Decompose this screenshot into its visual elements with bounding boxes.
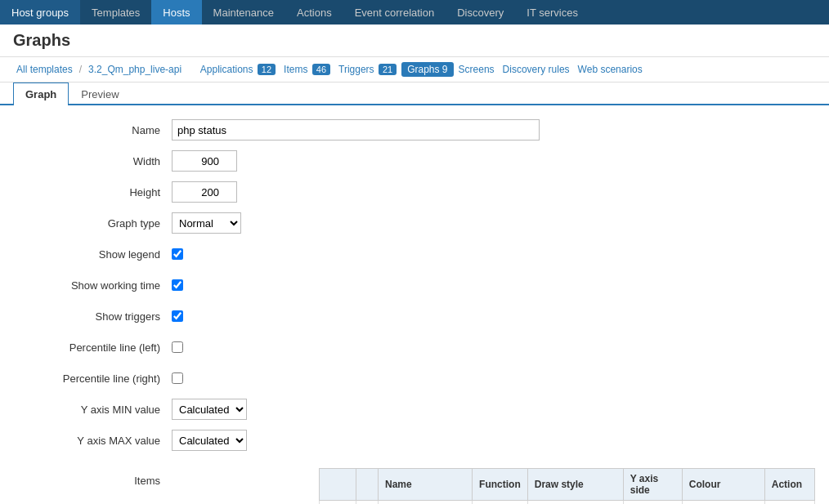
show-working-time-label: Show working time: [25, 279, 172, 292]
breadcrumb-separator: /: [79, 64, 82, 75]
col-num: [356, 469, 379, 501]
nav-event-correlation[interactable]: Event correlation: [343, 0, 446, 25]
row-colour[interactable]: [682, 501, 764, 505]
items-table: Name Function Draw style Y axis side Col…: [319, 468, 815, 504]
form-row-percentile-left: Percentile line (left): [25, 336, 804, 359]
nav-it-services[interactable]: IT services: [515, 0, 589, 25]
host-tab-list: All templates / 3.2_Qm_php_live-api Appl…: [13, 62, 646, 77]
tab-graph[interactable]: Graph: [13, 83, 69, 105]
col-function-header: Function: [473, 469, 528, 501]
name-label: Name: [25, 124, 172, 136]
show-working-time-checkbox[interactable]: [172, 279, 183, 291]
host-tab-discovery-rules[interactable]: Discovery rules: [500, 62, 573, 77]
form-row-y-axis-min: Y axis MIN value Calculated Fixed Item: [25, 398, 804, 421]
col-y-axis-header: Y axis side: [623, 469, 682, 501]
show-legend-checkbox[interactable]: [172, 248, 183, 260]
form-row-name: Name: [25, 118, 804, 141]
percentile-right-label: Percentile line (right): [25, 372, 172, 385]
col-name-header: Name: [379, 469, 473, 501]
triggers-count: 21: [379, 64, 397, 75]
row-function[interactable]: avgminmaxalllast: [473, 501, 528, 505]
host-tab-triggers[interactable]: Triggers 21: [335, 62, 400, 77]
host-tab-items[interactable]: Items 46: [280, 62, 334, 77]
col-draw-style-header: Draw style: [527, 469, 623, 501]
row-item-name[interactable]: 3.2_Qm_php_live-api: php status accept c…: [379, 501, 473, 505]
graph-type-select[interactable]: Normal Stacked Pie Exploded: [172, 212, 241, 234]
row-y-axis[interactable]: LeftRight: [623, 501, 682, 505]
y-axis-max-label: Y axis MAX value: [25, 435, 172, 447]
host-tab-graphs-active[interactable]: Graphs 9: [401, 62, 453, 77]
row-draw-style[interactable]: LineFilled regionBold lineDotDashed line…: [527, 501, 623, 505]
nav-templates[interactable]: Templates: [80, 0, 151, 25]
breadcrumb-all-templates[interactable]: All templates: [13, 62, 76, 77]
nav-actions[interactable]: Actions: [285, 0, 343, 25]
form-row-show-triggers: Show triggers: [25, 305, 804, 328]
divider: [188, 64, 194, 75]
items-label: Items: [25, 468, 172, 487]
breadcrumb-current-host[interactable]: 3.2_Qm_php_live-api: [85, 62, 185, 77]
drag-handle[interactable]: ⋮⋮: [320, 501, 356, 505]
graph-type-label: Graph type: [25, 217, 172, 230]
form-tab-bar: Graph Preview: [0, 83, 829, 105]
y-axis-min-select[interactable]: Calculated Fixed Item: [172, 399, 247, 420]
y-axis-max-select[interactable]: Calculated Fixed Item: [172, 430, 247, 451]
form-row-graph-type: Graph type Normal Stacked Pie Exploded: [25, 212, 804, 234]
items-count: 46: [312, 64, 330, 75]
top-navigation: Host groups Templates Hosts Maintenance …: [0, 0, 829, 25]
percentile-right-checkbox[interactable]: [172, 372, 183, 384]
form-row-items: Items Name Function Draw style Y axis si…: [25, 468, 804, 504]
form-row-show-working-time: Show working time: [25, 274, 804, 297]
breadcrumb-area: All templates / 3.2_Qm_php_live-api Appl…: [0, 57, 829, 83]
form-row-show-legend: Show legend: [25, 243, 804, 265]
form-row-width: Width: [25, 149, 804, 172]
height-input[interactable]: [172, 181, 237, 203]
table-row: ⋮⋮1:3.2_Qm_php_live-api: php status acce…: [320, 501, 815, 505]
col-colour-header: Colour: [682, 469, 764, 501]
page-title: Graphs: [0, 25, 829, 57]
nav-host-groups[interactable]: Host groups: [0, 0, 80, 25]
show-legend-label: Show legend: [25, 248, 172, 261]
row-number: 1:: [356, 501, 379, 505]
show-triggers-label: Show triggers: [25, 310, 172, 323]
percentile-left-checkbox[interactable]: [172, 341, 183, 353]
form-row-percentile-right: Percentile line (right): [25, 367, 804, 390]
show-triggers-checkbox[interactable]: [172, 310, 183, 322]
form-area: Name Width Height Graph type Normal Stac…: [0, 105, 829, 504]
nav-discovery[interactable]: Discovery: [446, 0, 515, 25]
form-row-height: Height: [25, 181, 804, 203]
host-tab-applications[interactable]: Applications 12: [197, 62, 279, 77]
col-action-header: Action: [764, 469, 815, 501]
nav-hosts[interactable]: Hosts: [151, 0, 201, 25]
percentile-left-label: Percentile line (left): [25, 341, 172, 354]
width-label: Width: [25, 155, 172, 167]
height-label: Height: [25, 186, 172, 198]
nav-maintenance[interactable]: Maintenance: [202, 0, 285, 25]
applications-count: 12: [258, 64, 276, 75]
col-drag: [320, 469, 356, 501]
y-axis-min-label: Y axis MIN value: [25, 404, 172, 416]
row-action[interactable]: Remove: [764, 501, 815, 505]
form-row-y-axis-max: Y axis MAX value Calculated Fixed Item: [25, 429, 804, 452]
width-input[interactable]: [172, 150, 237, 172]
host-tab-web-scenarios[interactable]: Web scenarios: [575, 62, 646, 77]
tab-preview[interactable]: Preview: [69, 83, 131, 105]
name-input[interactable]: [172, 119, 540, 140]
host-tab-screens[interactable]: Screens: [455, 62, 498, 77]
